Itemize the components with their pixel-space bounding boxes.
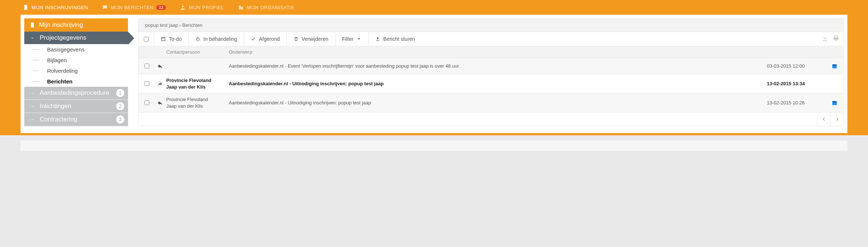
row-checkbox[interactable] — [145, 100, 149, 105]
sidebar-item-projectgegevens[interactable]: → Projectgegevens — [24, 32, 128, 44]
sidebar-sub-bijlagen[interactable]: Bijlagen — [24, 55, 128, 65]
contact-org: Provincie Flevoland — [166, 96, 227, 103]
col-date — [767, 49, 826, 55]
todo-label: To-do — [169, 36, 182, 42]
toolbar: To-do In behandeling Afgerond Verwijdere… — [138, 32, 844, 46]
dash-icon — [32, 60, 39, 61]
verwijderen-label: Verwijderen — [302, 36, 328, 42]
nav-profiel-label: MIJN PROFIEL — [189, 5, 224, 10]
step-number: 2 — [116, 102, 124, 110]
nav-berichten-badge: 13 — [156, 5, 166, 10]
verwijderen-button[interactable]: Verwijderen — [287, 32, 335, 46]
svg-rect-3 — [832, 64, 837, 65]
bottom-strip — [21, 140, 847, 151]
sidebar-sub-label: Basisgegevens — [47, 46, 85, 53]
filter-button[interactable]: Filter — [335, 32, 369, 46]
bericht-sturen-button[interactable]: Bericht sturen — [369, 32, 421, 46]
bericht-sturen-label: Bericht sturen — [383, 36, 415, 42]
chevron-right-icon — [835, 117, 840, 122]
row-subject: Aanbestedingskalender.nl - Uitnodiging i… — [228, 100, 767, 105]
print-button[interactable] — [832, 35, 840, 43]
calendar-icon — [161, 36, 166, 42]
table-body: Aanbestedingskalender.nl - Event 'Verlop… — [138, 58, 844, 112]
row-contact: Provincie FlevolandJaap van der Klis — [165, 96, 228, 109]
next-page-button[interactable] — [830, 112, 843, 126]
contact-org: Provincie Flevoland — [166, 77, 227, 84]
svg-point-1 — [196, 38, 199, 41]
arrow-right-icon: → — [29, 117, 35, 122]
arrow-right-icon: → — [29, 103, 35, 109]
dash-icon — [32, 49, 39, 50]
afgerond-button[interactable]: Afgerond — [244, 32, 287, 46]
sidebar-sub-label: Berichten — [47, 78, 72, 85]
sidebar-item-label: Aanbestedingsprocedure — [40, 89, 109, 97]
table-header: Contactpersoon Onderwerp — [138, 46, 844, 58]
sidebar-item-contractering[interactable]: → Contractering 3 — [24, 113, 128, 126]
chat-icon — [102, 4, 108, 10]
row-subject: Aanbestedingskalender.nl - Uitnodiging i… — [228, 81, 767, 86]
table-row[interactable]: Aanbestedingskalender.nl - Event 'Verlop… — [138, 58, 844, 74]
row-date: 13-02-2015 10:26 — [767, 100, 826, 105]
nav-organisatie-label: MIJN ORGANISATIE — [247, 5, 295, 10]
sidebar-item-label: Inlichtingen — [40, 103, 71, 110]
col-checkbox — [139, 49, 155, 55]
arrow-right-icon: → — [29, 35, 35, 41]
print-icon — [832, 35, 840, 42]
reply-icon — [155, 100, 165, 105]
col-calendar — [826, 49, 843, 55]
caret-down-icon — [356, 36, 362, 42]
nav-profiel[interactable]: MIJN PROFIEL — [180, 4, 224, 10]
sidebar-header-label: Mijn inschrijving — [39, 21, 83, 29]
trash-icon — [294, 36, 299, 42]
pager — [138, 112, 844, 126]
col-contact: Contactpersoon — [165, 49, 228, 55]
todo-button[interactable]: To-do — [154, 32, 189, 46]
row-contact: Provincie FlevolandJaap van der Klis — [165, 77, 228, 90]
step-number: 3 — [116, 115, 124, 124]
svg-point-0 — [182, 6, 184, 7]
sidebar-sub-basisgegevens[interactable]: Basisgegevens — [24, 44, 128, 55]
sidebar-item-label: Projectgegevens — [40, 34, 86, 42]
table-row[interactable]: Provincie FlevolandJaap van der KlisAanb… — [138, 93, 844, 112]
sidebar-item-inlichtingen[interactable]: → Inlichtingen 2 — [24, 100, 128, 113]
nav-berichten-label: MIJN BERICHTEN — [111, 5, 153, 10]
download-button[interactable] — [821, 35, 829, 43]
row-date: 13-02-2015 13:34 — [767, 81, 826, 86]
row-checkbox[interactable] — [145, 64, 149, 68]
row-checkbox[interactable] — [145, 81, 149, 86]
select-all-checkbox[interactable] — [144, 37, 149, 42]
document-icon — [23, 4, 29, 10]
nav-inschrijvingen-label: MIJN INSCHRIJVINGEN — [32, 5, 88, 10]
arrow-right-icon: → — [29, 90, 35, 96]
contact-name: Jaap van der Klis — [166, 103, 227, 110]
sidebar-sub-rolverdeling[interactable]: Rolverdeling — [24, 65, 128, 76]
in-behandeling-label: In behandeling — [203, 36, 237, 42]
content-card: Mijn inschrijving → Projectgegevens Basi… — [21, 15, 847, 133]
main-panel: popup test jaap › Berichten To-do In beh… — [138, 18, 844, 126]
sidebar-sub-berichten[interactable]: Berichten — [24, 76, 128, 87]
top-nav-bar: MIJN INSCHRIJVINGEN MIJN BERICHTEN 13 MI… — [0, 0, 868, 15]
forward-icon — [155, 81, 165, 86]
step-number: 1 — [116, 89, 124, 97]
sidebar-sub-label: Rolverdeling — [47, 68, 78, 74]
filter-label: Filter — [342, 36, 353, 42]
select-all-cell[interactable] — [139, 32, 154, 46]
row-subject: Aanbestedingskalender.nl - Event 'Verlop… — [228, 63, 767, 69]
calendar-icon[interactable] — [826, 63, 843, 69]
in-behandeling-button[interactable]: In behandeling — [189, 32, 244, 46]
chevron-left-icon — [821, 117, 826, 122]
dash-icon — [32, 81, 39, 82]
col-icon — [155, 49, 165, 55]
sidebar-item-aanbestedingsprocedure[interactable]: → Aanbestedingsprocedure 1 — [24, 87, 128, 100]
calendar-icon[interactable] — [826, 100, 843, 106]
toolbar-aux — [818, 32, 843, 46]
table-row[interactable]: Provincie FlevolandJaap van der KlisAanb… — [138, 74, 844, 93]
breadcrumb: popup test jaap › Berichten — [138, 18, 844, 32]
nav-inschrijvingen[interactable]: MIJN INSCHRIJVINGEN — [23, 4, 88, 10]
prev-page-button[interactable] — [817, 112, 830, 126]
nav-organisatie[interactable]: MIJN ORGANISATIE — [238, 4, 295, 10]
upload-icon — [375, 36, 380, 42]
svg-rect-5 — [832, 101, 837, 102]
sidebar: Mijn inschrijving → Projectgegevens Basi… — [24, 18, 128, 126]
nav-berichten[interactable]: MIJN BERICHTEN 13 — [102, 4, 166, 10]
